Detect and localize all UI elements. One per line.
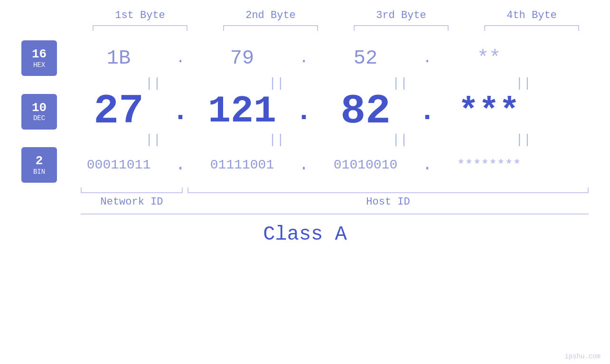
hex-base-col: 16 HEX (0, 40, 66, 76)
bracket-host (188, 187, 589, 193)
bin-values-row: 00011011 . 01111001 . 01010010 . *******… (66, 155, 610, 175)
dec-b4: *** (437, 92, 541, 131)
bottom-section: Network ID Host ID Class A (0, 187, 610, 246)
byte-headers-row: 1st Byte 2nd Byte 3rd Byte 4th Byte (75, 9, 597, 21)
hex-b4: ** (437, 47, 541, 70)
full-bottom-bracket (81, 214, 589, 215)
hex-dot1: . (171, 49, 190, 67)
bin-b4: ******** (437, 158, 541, 172)
dec-dot3: . (418, 95, 437, 128)
dec-values-row: 27 . 121 . 82 . *** (66, 91, 610, 132)
eq2-b2: || (225, 132, 329, 147)
bin-b1: 00011011 (66, 158, 171, 172)
bin-row-wrapper: 2 BIN 00011011 . 01111001 . 01010010 . *… (0, 147, 610, 183)
eq2-b3: || (348, 132, 452, 147)
page-container: 1st Byte 2nd Byte 3rd Byte 4th Byte 16 H… (0, 0, 610, 364)
hex-badge: 16 HEX (21, 40, 57, 76)
watermark: ipshu.com (564, 353, 601, 360)
eq2-b4: || (471, 132, 576, 147)
bin-b2: 01111001 (190, 158, 294, 172)
equals-row-2: || || || || (101, 132, 576, 147)
bracket-b4 (484, 25, 579, 31)
dec-b2: 121 (190, 93, 294, 131)
network-id-label: Network ID (81, 196, 183, 208)
hex-dot3: . (418, 49, 437, 67)
hex-row-wrapper: 16 HEX 1B . 79 . 52 . ** (0, 40, 610, 76)
dec-badge-num: 10 (32, 101, 47, 115)
bracket-b2 (223, 25, 318, 31)
bin-dot1: . (171, 155, 190, 175)
hex-b3: 52 (313, 47, 418, 70)
bin-b3: 01010010 (313, 158, 418, 172)
dec-dot1: . (171, 95, 190, 128)
bracket-b3 (354, 25, 449, 31)
eq1-b2: || (225, 76, 329, 91)
hex-badge-name: HEX (33, 61, 45, 69)
bin-dot2: . (294, 155, 313, 175)
dec-b1: 27 (66, 91, 171, 132)
byte4-header: 4th Byte (479, 9, 584, 21)
bracket-network (81, 187, 183, 193)
dec-dot2: . (294, 95, 313, 128)
hex-b2: 79 (190, 47, 294, 70)
bottom-labels: Network ID Host ID (81, 196, 589, 208)
bin-badge-name: BIN (33, 168, 45, 176)
byte1-header: 1st Byte (88, 9, 192, 21)
byte2-header: 2nd Byte (218, 9, 323, 21)
dec-badge-name: DEC (33, 114, 45, 122)
bin-badge-num: 2 (36, 154, 43, 168)
hex-dot2: . (294, 49, 313, 67)
bin-base-col: 2 BIN (0, 147, 66, 183)
hex-badge-num: 16 (32, 47, 47, 61)
bin-badge: 2 BIN (21, 147, 57, 183)
bracket-b1 (93, 25, 188, 31)
eq2-b1: || (101, 132, 206, 147)
bin-dot3: . (418, 155, 437, 175)
bottom-brackets (81, 187, 589, 193)
dec-b3: 82 (313, 91, 418, 132)
byte3-header: 3rd Byte (349, 9, 453, 21)
dec-row-wrapper: 10 DEC 27 . 121 . 82 . *** (0, 91, 610, 132)
host-id-label: Host ID (188, 196, 589, 208)
hex-values-row: 1B . 79 . 52 . ** (66, 47, 610, 70)
equals-row-1: || || || || (101, 76, 576, 91)
dec-badge: 10 DEC (21, 94, 57, 130)
hex-b1: 1B (66, 47, 171, 70)
class-label: Class A (0, 223, 610, 246)
top-brackets (75, 25, 597, 31)
dec-base-col: 10 DEC (0, 94, 66, 130)
eq1-b4: || (471, 76, 576, 91)
